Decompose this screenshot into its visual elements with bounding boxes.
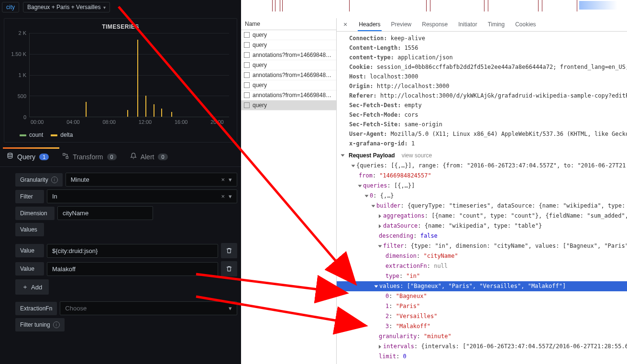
tab-headers[interactable]: Headers: [358, 19, 381, 31]
plot: [29, 33, 229, 117]
info-icon: i: [53, 321, 60, 328]
y-axis: 2 K 1.50 K 1 K 500 0: [10, 33, 27, 117]
filter-label: Filter: [15, 190, 44, 203]
tab-transform[interactable]: Transform 0: [62, 153, 116, 161]
transform-icon: [62, 153, 69, 161]
variable-selector[interactable]: Bagneux + Paris + Versailles ▾: [23, 2, 110, 12]
extractionfn-select[interactable]: Choose ▾: [60, 301, 237, 315]
tab-alert[interactable]: Alert 0: [130, 153, 168, 161]
request-row[interactable]: annotations?from=14669848…: [241, 50, 336, 60]
panel-title: TIMESERIES: [8, 21, 233, 33]
filter-tuning-label: Filter tuning i: [15, 318, 65, 331]
chevron-down-icon: ▾: [103, 5, 106, 10]
chevron-down-icon[interactable]: ▾: [229, 193, 232, 200]
payload-tree[interactable]: {queries: [{,…}], range: {from: "2016-06…: [337, 161, 627, 364]
info-icon: i: [51, 176, 58, 183]
name-column-header[interactable]: Name: [245, 21, 260, 27]
request-row[interactable]: query: [241, 100, 336, 110]
svg-rect-2: [66, 156, 68, 158]
tab-initiator[interactable]: Initiator: [457, 19, 478, 30]
value-input-2[interactable]: [47, 262, 218, 276]
request-row[interactable]: annotations?from=14669848…: [241, 90, 336, 100]
dimension-label: Dimension: [15, 207, 55, 220]
bell-icon: [130, 153, 137, 161]
request-headers: Connection: keep-alive Content-Length: 1…: [337, 32, 627, 150]
request-row[interactable]: query: [241, 30, 336, 40]
value-input-1[interactable]: [47, 244, 218, 258]
request-row[interactable]: annotations?from=14669848…: [241, 70, 336, 80]
svg-rect-1: [63, 154, 65, 155]
trash-icon: [226, 247, 232, 254]
dimension-input[interactable]: [57, 206, 153, 220]
legend: count delta: [8, 129, 233, 138]
granularity-label: Granularity i: [15, 173, 63, 187]
svg-point-0: [8, 153, 12, 155]
x-axis: 00:00 04:00 08:00 12:00 16:00 20:00: [29, 119, 229, 129]
variable-label: city: [2, 2, 19, 12]
close-icon[interactable]: ×: [341, 21, 349, 28]
chart-area[interactable]: 2 K 1.50 K 1 K 500 0: [29, 33, 229, 129]
disclosure-triangle-icon: [341, 154, 345, 157]
tab-cookies[interactable]: Cookies: [514, 19, 537, 30]
tab-query[interactable]: Query 1: [7, 153, 49, 161]
delete-value-2-button[interactable]: [221, 261, 237, 276]
variable-value: Bagneux + Paris + Versailles: [27, 4, 100, 11]
tab-preview[interactable]: Preview: [390, 19, 413, 30]
request-row[interactable]: query: [241, 40, 336, 50]
clear-icon[interactable]: ×: [221, 176, 225, 183]
database-icon: [7, 153, 13, 161]
value-label: Value: [15, 244, 44, 257]
chevron-down-icon[interactable]: ▾: [229, 176, 232, 183]
tab-response[interactable]: Response: [421, 19, 449, 30]
trash-icon: [226, 265, 232, 272]
request-row[interactable]: query: [241, 60, 336, 70]
value-label: Value: [15, 262, 44, 276]
clear-icon[interactable]: ×: [221, 193, 225, 200]
delete-value-1-button[interactable]: [221, 243, 237, 258]
values-label: Values: [15, 223, 44, 236]
granularity-select[interactable]: Minute ×▾: [66, 173, 237, 187]
timeseries-panel: TIMESERIES 2 K 1.50 K 1 K 500 0: [4, 18, 237, 143]
add-value-button[interactable]: ＋ Add: [15, 279, 49, 295]
extractionfn-label: ExtractionFn: [15, 302, 57, 315]
plus-icon: ＋: [22, 283, 28, 291]
chevron-down-icon[interactable]: ▾: [229, 305, 232, 312]
tab-timing[interactable]: Timing: [487, 19, 506, 30]
payload-values-line[interactable]: values: ["Bagneux", "Paris", "Versailles…: [337, 281, 627, 291]
request-payload-section[interactable]: Request Payload view source: [337, 150, 627, 161]
network-timeline[interactable]: [241, 0, 627, 18]
request-row[interactable]: query: [241, 80, 336, 90]
view-source-link[interactable]: view source: [402, 152, 432, 159]
filter-select[interactable]: In ×▾: [47, 189, 237, 203]
